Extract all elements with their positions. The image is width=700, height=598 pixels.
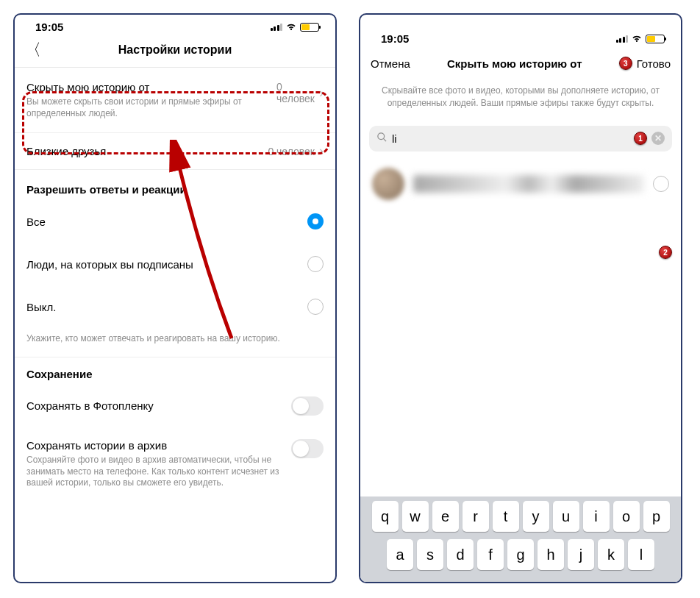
key-l[interactable]: l	[628, 539, 654, 570]
save-camera-row[interactable]: Сохранять в Фотопленку	[15, 385, 335, 427]
key-g[interactable]: g	[507, 539, 534, 570]
key-q[interactable]: q	[372, 501, 399, 532]
status-bar: 19:05	[15, 15, 335, 36]
close-friends-label: Близкие друзья	[26, 145, 106, 157]
close-friends-value: 0 человек	[268, 146, 315, 157]
toggle-off-icon[interactable]	[291, 396, 324, 416]
signal-icon	[271, 24, 283, 31]
key-w[interactable]: w	[402, 501, 429, 532]
radio-icon[interactable]	[307, 299, 324, 315]
svg-point-1	[378, 132, 385, 139]
done-button[interactable]: Готово	[637, 57, 671, 70]
signal-icon	[616, 35, 629, 43]
wifi-icon	[631, 35, 643, 43]
key-s[interactable]: s	[417, 539, 443, 570]
battery-icon	[646, 35, 665, 43]
svg-line-2	[383, 138, 386, 141]
status-bar: 19:05	[360, 15, 681, 48]
toggle-off-icon[interactable]	[291, 439, 324, 458]
chevron-right-icon: ›	[319, 143, 324, 159]
key-e[interactable]: e	[432, 501, 459, 532]
cancel-button[interactable]: Отмена	[371, 57, 410, 70]
key-u[interactable]: u	[553, 501, 579, 532]
annotation-badge-3: 3	[619, 57, 632, 70]
left-phone-screen: 19:05 〈 Настройки истории Скрыть мою ист…	[13, 13, 337, 583]
key-k[interactable]: k	[598, 539, 624, 570]
chevron-right-icon: ›	[319, 85, 324, 101]
reply-option-following[interactable]: Люди, на которых вы подписаны	[15, 243, 335, 285]
reply-option-off[interactable]: Выкл.	[15, 285, 335, 328]
user-name-blurred	[413, 175, 644, 193]
user-result-row[interactable]	[360, 162, 681, 206]
clear-icon[interactable]: ✕	[651, 132, 665, 145]
key-h[interactable]: h	[538, 539, 564, 570]
saving-section-title: Сохранение	[15, 357, 335, 385]
search-input[interactable]: li 1 ✕	[369, 126, 672, 152]
radio-icon[interactable]	[307, 256, 324, 272]
key-y[interactable]: y	[523, 501, 549, 532]
page-title: Настройки истории	[25, 43, 325, 57]
wifi-icon	[285, 23, 297, 32]
key-a[interactable]: a	[387, 539, 413, 570]
key-r[interactable]: r	[463, 501, 489, 532]
reply-option-all[interactable]: Все	[15, 200, 335, 243]
save-archive-sub: Сохраняйте фото и видео в архив автомати…	[26, 455, 282, 489]
checkbox-circle[interactable]	[653, 176, 669, 192]
hide-story-value: 0 человек	[276, 81, 315, 104]
hide-story-label: Скрыть мою историю от	[26, 81, 276, 93]
keyboard[interactable]: qwertyuiop asdfghjkl	[360, 496, 681, 582]
status-time: 19:05	[35, 21, 63, 33]
key-j[interactable]: j	[568, 539, 594, 570]
search-icon	[376, 132, 388, 146]
radio-selected-icon[interactable]	[307, 213, 324, 229]
key-p[interactable]: p	[643, 501, 670, 532]
key-f[interactable]: f	[477, 539, 504, 570]
back-button[interactable]: 〈	[25, 39, 41, 61]
status-time: 19:05	[381, 32, 409, 45]
hide-story-sub: Вы можете скрыть свои истории и прямые э…	[26, 96, 276, 119]
hide-story-row[interactable]: Скрыть мою историю от Вы можете скрыть с…	[15, 68, 335, 133]
page-title: Скрыть мою историю от	[447, 57, 582, 70]
search-value: li	[392, 132, 629, 145]
battery-icon	[300, 23, 319, 32]
key-d[interactable]: d	[447, 539, 474, 570]
nav-header: 〈 Настройки истории	[15, 36, 335, 68]
annotation-badge-2: 2	[659, 246, 672, 259]
save-archive-row[interactable]: Сохранять истории в архив Сохраняйте фот…	[15, 427, 335, 501]
replies-section-title: Разрешить ответы и реакции	[15, 170, 335, 200]
key-i[interactable]: i	[583, 501, 610, 532]
avatar	[372, 168, 404, 200]
key-o[interactable]: o	[613, 501, 640, 532]
annotation-badge-1: 1	[634, 132, 647, 145]
right-phone-screen: 19:05 Отмена Скрыть мою историю от 3 Гот…	[359, 13, 682, 583]
replies-footnote: Укажите, кто может отвечать и реагироват…	[15, 328, 335, 357]
nav-header: Отмена Скрыть мою историю от 3 Готово	[360, 48, 681, 80]
description-text: Скрывайте все фото и видео, которыми вы …	[360, 80, 681, 121]
key-t[interactable]: t	[493, 501, 519, 532]
close-friends-row[interactable]: Близкие друзья 0 человек ›	[15, 133, 335, 170]
